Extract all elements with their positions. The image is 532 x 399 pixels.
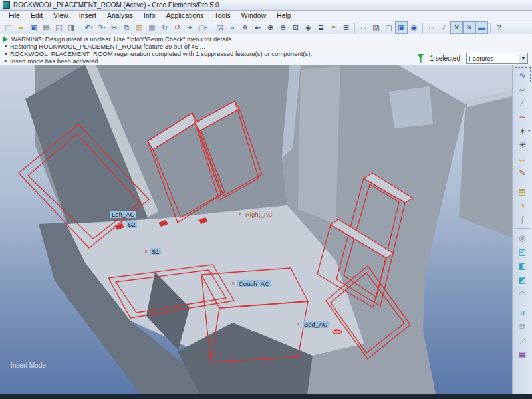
datum-axis-button[interactable]: ∕ [515,96,530,110]
model-regen-status-icon: » [230,24,234,31]
viewport-3d[interactable]: × Left_AC × S2 × Right_AC × S1 × Couch_A… [0,65,512,394]
refit-button[interactable]: ⊡ [289,21,302,34]
spin-center-button[interactable]: ❖ [239,21,251,34]
regenerate-button[interactable]: ↻ [158,21,171,34]
view-manager-button[interactable]: ⊞ [340,21,352,34]
display-shaded-button[interactable]: ▣ [395,21,408,34]
datum-axes-toggle-button[interactable]: ∕ [438,21,450,34]
select-items-button[interactable]: ◲ [213,21,226,34]
shell-button[interactable]: ◰ [515,245,530,259]
display-no-hidden-button[interactable]: ▢ [382,21,395,34]
display-shaded-icon: ▣ [398,24,404,31]
draft-button[interactable]: ◩ [515,273,530,287]
datum-axis-icon: ∕ [521,98,523,108]
layers-button[interactable]: ≡ [327,21,340,34]
model-regen-status-button[interactable]: » [226,21,239,34]
selection-filter-dropdown[interactable]: Features ▼ [466,53,528,64]
trim-button[interactable]: ◿ [515,333,530,347]
menu-info[interactable]: Info [138,11,161,19]
open-folder-button[interactable]: ▰ [15,21,27,34]
saved-views-button[interactable]: ≣ [315,21,327,34]
toolbar-separator [80,23,80,33]
reorient-button[interactable]: ◈ [302,21,315,34]
menu-view[interactable]: View [48,11,74,19]
rib-button[interactable]: ◧ [515,259,530,273]
display-wireframe-button[interactable]: ▱ [357,21,370,34]
round-button[interactable]: ◠ [515,287,530,301]
menu-window[interactable]: Window [236,11,271,19]
hole-button[interactable]: ◎ [515,231,530,245]
chevron-down-icon[interactable]: ▾ [104,24,106,31]
label-bed-ac[interactable]: Bed_AC [303,321,329,328]
label-s1[interactable]: S1 [150,248,161,255]
label-right-ac[interactable]: Right_AC [244,211,274,218]
mirror-button[interactable]: ⧉ [515,319,530,333]
menu-analysis[interactable]: Analysis [102,11,138,19]
label-left-ac[interactable]: Left_AC [110,211,136,218]
datum-points-toggle-icon: ✕ [454,24,460,31]
datum-csys-button[interactable]: ✳ [515,138,530,152]
flyout-arrow-icon[interactable]: ▸ [528,128,530,132]
title-bar[interactable]: ROCKWOOL_PLACEMENT_ROOM (Active) - Creo … [0,0,532,11]
redo-button[interactable]: ↷▾ [95,21,108,34]
undo-button[interactable]: ↶▾ [82,21,95,34]
zoom-out-button[interactable]: ⊖ [277,21,289,34]
enhanced-realism-button[interactable]: ◉ [408,21,420,34]
erase-display-button[interactable]: ◨ [65,21,78,34]
model-canvas[interactable] [0,65,512,394]
paste-button[interactable]: ▥ [133,21,146,34]
analysis-measure-button[interactable]: ▭ [515,152,530,166]
menu-applications[interactable]: Applications [161,11,209,19]
bottom-strip [0,394,532,399]
context-help-button[interactable]: ? [493,21,505,34]
insert-sketch-button[interactable]: ✎ [515,166,530,180]
save-button[interactable]: ▣ [27,21,40,34]
sketch-tool-button[interactable]: ∿ [515,68,530,82]
print-setup-button[interactable]: ◱ [53,21,65,34]
extrude-icon: ▤ [519,187,526,196]
chevron-down-icon[interactable]: ▾ [259,24,261,31]
rib-icon: ◧ [519,261,526,271]
datum-axes-toggle-icon: ∕ [444,24,445,31]
print-button[interactable]: ▤ [40,21,53,34]
new-file-button[interactable]: ▢ [2,21,15,34]
menu-help[interactable]: Help [271,11,297,19]
zoom-in-button[interactable]: ⊕ [264,21,277,34]
menu-tools[interactable]: Tools [209,11,236,19]
boundary-blend-button[interactable]: ⊎ [515,305,530,319]
auto-regenerate-button[interactable]: ↺ [171,21,184,34]
label-s2[interactable]: S2 [126,221,137,228]
display-hidden-line-button[interactable]: ▨ [370,21,382,34]
paste-special-button[interactable]: ▦ [146,21,158,34]
datum-csys-toggle-button[interactable]: ✳ [463,21,475,34]
new-file-icon: ▢ [5,24,11,31]
pattern-button[interactable]: ▦ [515,347,530,361]
menu-edit[interactable]: Edit [25,11,48,19]
creo-app-icon [3,1,10,9]
copy-button[interactable]: ⧉ [120,21,133,34]
datum-plane-button[interactable]: ▱ [515,82,530,96]
datum-planes-toggle-button[interactable]: ▱ [425,21,438,34]
message-text: ROCKWOOL_PLACEMENT_ROOM regeneration com… [10,50,312,57]
toolbar-separator [211,23,211,33]
feature-toolbar: ∿▱∕∼∗▸✳▭✎▤◑∫◎◰◧◩◠⊎⧉◿▦ [512,65,532,394]
datum-points-toggle-button[interactable]: ✕ [450,21,463,34]
render-style-button[interactable]: ●▾ [251,21,264,34]
cut-button[interactable]: ✂ [108,21,120,34]
datum-curve-button[interactable]: ∼ [515,110,530,124]
sweep-button[interactable]: ∫ [515,212,530,226]
revolve-button[interactable]: ◑ [515,198,530,212]
select-region-button[interactable]: ▢▾ [196,21,209,34]
chevron-down-icon[interactable]: ▾ [205,24,207,31]
display-no-hidden-icon: ▢ [385,24,392,31]
select-items-icon: ◲ [216,24,223,31]
extrude-button[interactable]: ▤ [515,184,530,198]
annotations-toggle-button[interactable]: ▬ [475,21,488,34]
label-couch-ac[interactable]: Couch_AC [237,280,271,287]
find-button[interactable]: ⌖ [184,21,196,34]
chevron-down-icon[interactable]: ▼ [519,54,527,63]
datum-point-button[interactable]: ∗▸ [515,124,530,138]
menu-insert[interactable]: Insert [74,11,102,19]
chevron-down-icon[interactable]: ▾ [91,24,93,31]
menu-file[interactable]: File [3,11,25,19]
